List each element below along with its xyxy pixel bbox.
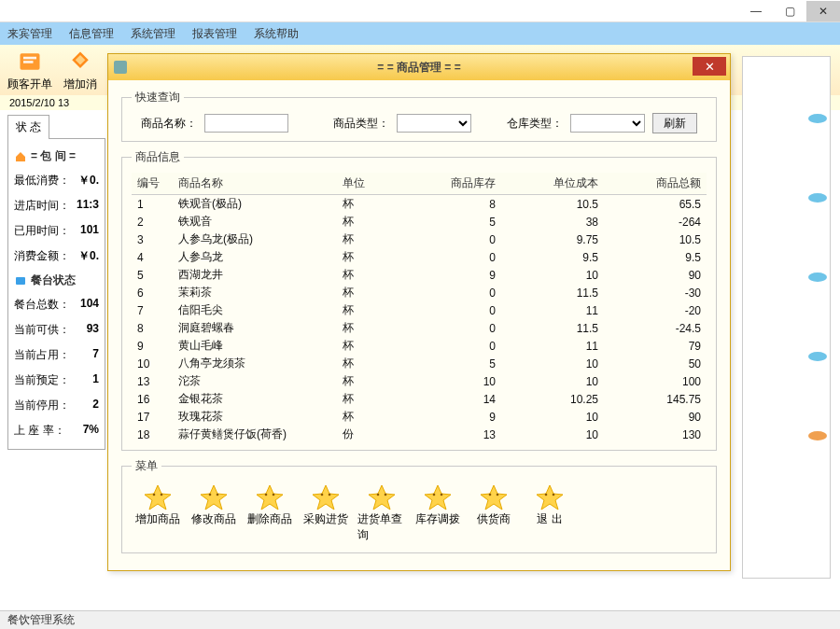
menu-button-4[interactable]: 进货单查询 — [356, 482, 408, 545]
dialog-title: = = 商品管理 = = — [377, 60, 460, 76]
row-stop: 当前停用：2 — [14, 393, 99, 418]
pin-icon — [807, 113, 828, 124]
svg-point-25 — [553, 494, 555, 496]
row-enter: 进店时间：11:3 — [14, 193, 99, 218]
store-type-label: 仓库类型： — [507, 116, 563, 132]
tool-label: 增加消 — [63, 77, 97, 92]
svg-point-12 — [209, 494, 212, 496]
row-occupy: 当前占用：7 — [14, 342, 99, 368]
statusbar-text: 餐饮管理系统 — [7, 612, 75, 628]
svg-point-5 — [808, 193, 827, 203]
status-tab[interactable]: 状 态 — [7, 115, 49, 139]
product-type-select[interactable] — [397, 114, 471, 133]
table-row[interactable]: 7信阳毛尖杯011-20 — [132, 301, 707, 319]
table-row[interactable]: 18蒜仔黄鳝煲仔饭(荷香)份1310130 — [132, 426, 707, 442]
menu-fieldset: 菜单 增加商品修改商品删除商品采购进货进货单查询库存调拨供货商退 出 — [121, 458, 717, 553]
menu-button-5[interactable]: 库存调拨 — [412, 482, 464, 545]
svg-point-8 — [808, 431, 827, 440]
menu-report[interactable]: 报表管理 — [192, 26, 237, 42]
product-name-input[interactable] — [204, 114, 288, 133]
svg-point-11 — [161, 494, 163, 496]
menu-button-label: 采购进货 — [303, 511, 348, 527]
table-row[interactable]: 8洞庭碧螺春杯011.5-24.5 — [132, 319, 707, 337]
svg-rect-3 — [16, 277, 25, 285]
menu-help[interactable]: 系统帮助 — [254, 26, 299, 42]
svg-point-13 — [217, 494, 219, 496]
menu-info[interactable]: 信息管理 — [69, 26, 114, 42]
menu-button-7[interactable]: 退 出 — [524, 482, 576, 545]
svg-point-18 — [377, 494, 380, 496]
refresh-button[interactable]: 刷新 — [652, 113, 697, 133]
menu-guest[interactable]: 来宾管理 — [7, 26, 52, 42]
table-row[interactable]: 9黄山毛峰杯01179 — [132, 337, 707, 355]
dialog-titlebar[interactable]: = = 商品管理 = = ✕ — [108, 54, 730, 80]
home-icon — [14, 150, 27, 163]
menu-button-label: 库存调拨 — [415, 511, 460, 527]
star-icon — [255, 483, 285, 511]
table-row[interactable]: 4人参乌龙杯09.59.5 — [132, 248, 707, 266]
col-total[interactable]: 商品总额 — [604, 173, 707, 195]
menubar: 来宾管理 信息管理 系统管理 报表管理 系统帮助 — [0, 22, 840, 45]
add-icon — [67, 49, 93, 75]
table-row[interactable]: 17玫瑰花茶杯91090 — [132, 408, 707, 426]
menu-button-1[interactable]: 修改商品 — [188, 482, 240, 545]
table-row[interactable]: 13沱茶杯1010100 — [132, 372, 707, 390]
menu-button-label: 修改商品 — [191, 511, 236, 527]
svg-rect-2 — [23, 61, 34, 63]
table-row[interactable]: 6茉莉茶杯011.5-30 — [132, 284, 707, 301]
quick-query-fieldset: 快速查询 商品名称： 商品类型： 仓库类型： 刷新 — [121, 90, 717, 142]
tool-add[interactable]: 增加消 — [60, 47, 101, 94]
tool-label: 顾客开单 — [7, 77, 52, 92]
menu-button-3[interactable]: 采购进货 — [300, 482, 352, 545]
maximize-button[interactable]: ▢ — [773, 1, 806, 21]
row-rate: 上 座 率：7% — [14, 418, 99, 443]
col-cost[interactable]: 单位成本 — [501, 173, 604, 195]
minimize-button[interactable]: — — [739, 1, 773, 21]
pin-icon — [807, 192, 828, 203]
tool-customer-order[interactable]: 顾客开单 — [4, 47, 56, 94]
row-used: 已用时间：101 — [14, 218, 99, 244]
table-row[interactable]: 1铁观音(极品)杯810.565.5 — [132, 195, 707, 214]
star-icon — [143, 483, 173, 511]
app-icon — [114, 61, 127, 74]
svg-point-19 — [385, 494, 387, 496]
col-name[interactable]: 商品名称 — [173, 173, 337, 195]
row-min-spend: 最低消费：￥0. — [14, 168, 99, 193]
svg-point-17 — [329, 494, 331, 496]
svg-point-14 — [265, 494, 268, 496]
table-row[interactable]: 16金银花茶杯1410.25145.75 — [132, 390, 707, 408]
room-section-title: = 包 间 = — [14, 148, 99, 164]
menu-button-6[interactable]: 供货商 — [468, 482, 520, 545]
table-row[interactable]: 10八角亭龙须茶杯51050 — [132, 355, 707, 372]
table-row[interactable]: 3人参乌龙(极品)杯09.7510.5 — [132, 231, 707, 248]
pin-icon — [807, 430, 828, 441]
col-id[interactable]: 编号 — [132, 173, 173, 195]
svg-rect-9 — [114, 61, 127, 74]
star-icon — [423, 483, 453, 511]
table-section-title: 餐台状态 — [14, 273, 99, 288]
svg-rect-1 — [23, 56, 36, 59]
svg-point-7 — [808, 352, 827, 361]
svg-point-6 — [808, 273, 827, 282]
svg-point-20 — [433, 494, 436, 496]
svg-point-21 — [441, 494, 443, 496]
close-button[interactable]: ✕ — [806, 1, 840, 21]
dialog-close-button[interactable]: ✕ — [693, 57, 726, 76]
table-row[interactable]: 2铁观音杯538-264 — [132, 213, 707, 231]
menu-button-2[interactable]: 删除商品 — [244, 482, 296, 545]
row-amount: 消费金额：￥0. — [14, 244, 99, 269]
product-name-label: 商品名称： — [141, 116, 197, 132]
menu-button-label: 供货商 — [477, 511, 511, 527]
row-total: 餐台总数：104 — [14, 292, 99, 317]
star-icon — [479, 483, 509, 511]
col-stock[interactable]: 商品库存 — [399, 173, 501, 195]
table-icon — [14, 274, 27, 287]
row-avail: 当前可供：93 — [14, 317, 99, 342]
menu-system[interactable]: 系统管理 — [131, 26, 175, 42]
col-unit[interactable]: 单位 — [337, 173, 399, 195]
store-type-select[interactable] — [570, 114, 645, 133]
order-icon — [17, 49, 43, 75]
product-grid[interactable]: 编号 商品名称 单位 商品库存 单位成本 商品总额 1铁观音(极品)杯810.5… — [132, 173, 707, 442]
menu-button-0[interactable]: 增加商品 — [132, 482, 184, 545]
table-row[interactable]: 5西湖龙井杯91090 — [132, 266, 707, 284]
